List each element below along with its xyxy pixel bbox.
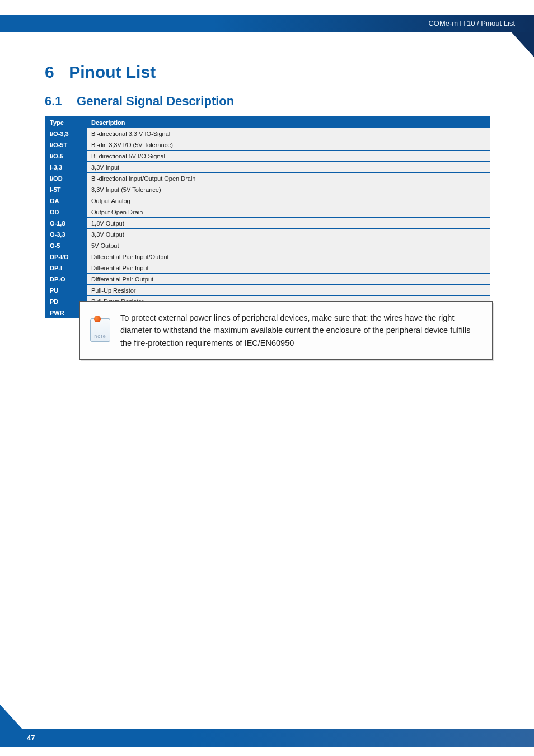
page-number: 47 — [27, 729, 35, 747]
desc-cell: Bi-directional 3,3 V IO-Signal — [87, 128, 490, 139]
signal-description-table: Type Description I/O-3,3Bi-directional 3… — [45, 116, 490, 318]
footer-band: 47 — [0, 729, 534, 747]
type-cell: O-5 — [45, 240, 87, 251]
pin-icon — [94, 316, 101, 322]
type-cell: O-3,3 — [45, 229, 87, 240]
table-row: DP-I/ODifferential Pair Input/Output — [45, 251, 490, 262]
section-heading: 6.1 General Signal Description — [45, 94, 234, 109]
desc-cell: Pull-Up Resistor — [87, 285, 490, 296]
desc-cell: Output Open Drain — [87, 206, 490, 218]
table-row: O-55V Output — [45, 240, 490, 251]
table-header-row: Type Description — [45, 117, 490, 128]
breadcrumb: COMe-mTT10 / Pinout List — [428, 15, 515, 32]
type-cell: OA — [45, 195, 87, 206]
table-row: PUPull-Up Resistor — [45, 285, 490, 296]
note-icon: note — [90, 318, 110, 342]
type-cell: I/O-3,3 — [45, 128, 87, 139]
table-row: DP-ODifferential Pair Output — [45, 274, 490, 285]
document-page: COMe-mTT10 / Pinout List 6 Pinout List 6… — [0, 0, 534, 756]
desc-cell: Bi-dir. 3,3V I/O (5V Tolerance) — [87, 139, 490, 151]
type-cell: I/OD — [45, 173, 87, 184]
type-cell: I-5T — [45, 184, 87, 195]
note-icon-label: note — [91, 334, 110, 339]
desc-cell: 5V Output — [87, 240, 490, 251]
section-title-text: General Signal Description — [77, 94, 234, 108]
desc-cell: Output Analog — [87, 195, 490, 206]
table-row: I-3,33,3V Input — [45, 162, 490, 173]
desc-cell: 1,8V Output — [87, 218, 490, 229]
header-band: COMe-mTT10 / Pinout List — [0, 15, 534, 32]
section-number: 6.1 — [45, 94, 62, 108]
note-callout: note To protect external power lines of … — [79, 301, 493, 360]
table-row: DP-IDifferential Pair Input — [45, 262, 490, 274]
type-cell: I/O-5T — [45, 139, 87, 151]
type-cell: PU — [45, 285, 87, 296]
type-cell: DP-O — [45, 274, 87, 285]
type-cell: DP-I/O — [45, 251, 87, 262]
desc-cell: Differential Pair Input — [87, 262, 490, 274]
table-row: I/O-3,3Bi-directional 3,3 V IO-Signal — [45, 128, 490, 139]
type-cell: OD — [45, 206, 87, 218]
footer-corner-decoration — [0, 705, 22, 729]
table-row: O-1,81,8V Output — [45, 218, 490, 229]
desc-cell: Bi-directional 5V I/O-Signal — [87, 151, 490, 162]
col-type-header: Type — [45, 117, 87, 128]
desc-cell: Differential Pair Input/Output — [87, 251, 490, 262]
type-cell: I/O-5 — [45, 151, 87, 162]
chapter-number: 6 — [45, 63, 54, 81]
chapter-title: 6 Pinout List — [45, 63, 156, 82]
table-row: I/ODBi-directional Input/Output Open Dra… — [45, 173, 490, 184]
table-row: OAOutput Analog — [45, 195, 490, 206]
col-desc-header: Description — [87, 117, 490, 128]
table-row: I-5T3,3V Input (5V Tolerance) — [45, 184, 490, 195]
table-row: I/O-5TBi-dir. 3,3V I/O (5V Tolerance) — [45, 139, 490, 151]
type-cell: O-1,8 — [45, 218, 87, 229]
table-row: ODOutput Open Drain — [45, 206, 490, 218]
desc-cell: 3,3V Output — [87, 229, 490, 240]
table-row: O-3,33,3V Output — [45, 229, 490, 240]
header-corner-decoration — [512, 32, 534, 57]
desc-cell: Bi-directional Input/Output Open Drain — [87, 173, 490, 184]
desc-cell: 3,3V Input (5V Tolerance) — [87, 184, 490, 195]
chapter-title-text: Pinout List — [69, 63, 156, 81]
table-row: I/O-5Bi-directional 5V I/O-Signal — [45, 151, 490, 162]
type-cell: DP-I — [45, 262, 87, 274]
desc-cell: Differential Pair Output — [87, 274, 490, 285]
type-cell: I-3,3 — [45, 162, 87, 173]
desc-cell: 3,3V Input — [87, 162, 490, 173]
note-text: To protect external power lines of perip… — [120, 312, 481, 349]
